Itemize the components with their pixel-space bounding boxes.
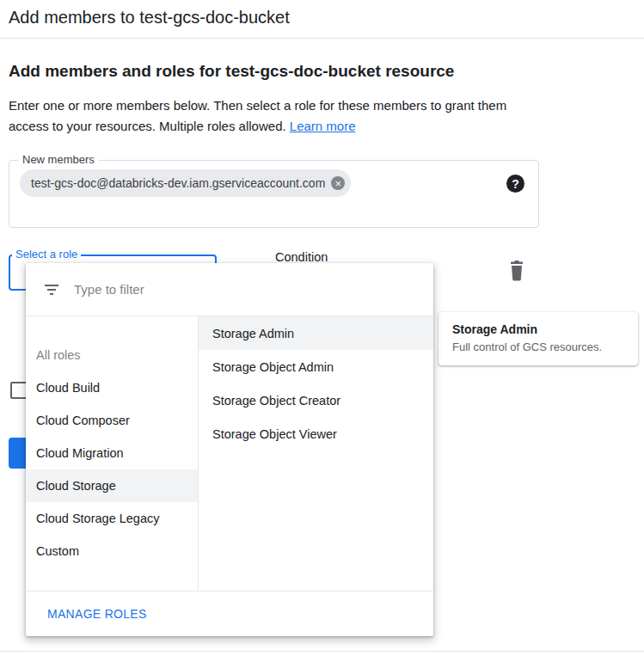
header-divider: [0, 38, 644, 39]
role-filter-row: [26, 263, 433, 316]
member-chip-text: test-gcs-doc@databricks-dev.iam.gservice…: [31, 176, 325, 190]
role-item-storage-object-viewer[interactable]: Storage Object Viewer: [199, 417, 433, 451]
role-category-list: All roles Cloud Build Cloud Composer Clo…: [26, 316, 199, 591]
new-members-label: New members: [18, 153, 99, 166]
role-list: Storage Admin Storage Object Admin Stora…: [199, 316, 433, 591]
dialog-title: Add members to test-gcs-doc-bucket: [9, 8, 290, 28]
role-item-storage-admin[interactable]: Storage Admin: [199, 316, 433, 350]
learn-more-link[interactable]: Learn more: [290, 119, 356, 133]
role-category-cloud-migration[interactable]: Cloud Migration: [26, 437, 198, 469]
role-category-custom[interactable]: Custom: [26, 535, 198, 567]
condition-label: Condition: [275, 250, 328, 264]
role-category-cloud-composer[interactable]: Cloud Composer: [26, 404, 198, 437]
trash-icon: [507, 261, 526, 281]
filter-icon: [43, 281, 60, 298]
role-picker-panel: All roles Cloud Build Cloud Composer Clo…: [26, 263, 433, 636]
help-icon[interactable]: ?: [506, 175, 524, 193]
select-role-label: Select a role: [12, 248, 81, 261]
delete-row-button[interactable]: [507, 261, 526, 281]
role-category-cloud-build[interactable]: Cloud Build: [26, 371, 198, 404]
footer-divider: [0, 651, 644, 652]
add-members-dialog: Add members to test-gcs-doc-bucket Add m…: [0, 0, 644, 656]
role-category-cloud-storage-legacy[interactable]: Cloud Storage Legacy: [26, 502, 198, 535]
role-tooltip-description: Full control of GCS resources.: [452, 340, 624, 353]
manage-roles-row: MANAGE ROLES: [26, 591, 433, 636]
chip-remove-icon[interactable]: ×: [331, 176, 345, 190]
manage-roles-button[interactable]: MANAGE ROLES: [47, 607, 147, 621]
role-tooltip: Storage Admin Full control of GCS resour…: [439, 312, 638, 365]
section-description: Enter one or more members below. Then se…: [9, 95, 540, 137]
notify-checkbox[interactable]: [10, 382, 28, 399]
role-category-cloud-storage[interactable]: Cloud Storage: [26, 469, 198, 502]
description-text: Enter one or more members below. Then se…: [9, 98, 506, 133]
role-tooltip-title: Storage Admin: [452, 322, 624, 336]
role-filter-input[interactable]: [74, 282, 416, 297]
role-picker-body: All roles Cloud Build Cloud Composer Clo…: [26, 316, 433, 591]
section-heading: Add members and roles for test-gcs-doc-b…: [9, 62, 454, 81]
role-category-all-roles[interactable]: All roles: [26, 339, 198, 371]
role-item-storage-object-admin[interactable]: Storage Object Admin: [199, 350, 433, 383]
new-members-field[interactable]: New members test-gcs-doc@databricks-dev.…: [9, 160, 539, 228]
role-item-storage-object-creator[interactable]: Storage Object Creator: [199, 383, 433, 417]
member-chip[interactable]: test-gcs-doc@databricks-dev.iam.gservice…: [20, 169, 351, 197]
